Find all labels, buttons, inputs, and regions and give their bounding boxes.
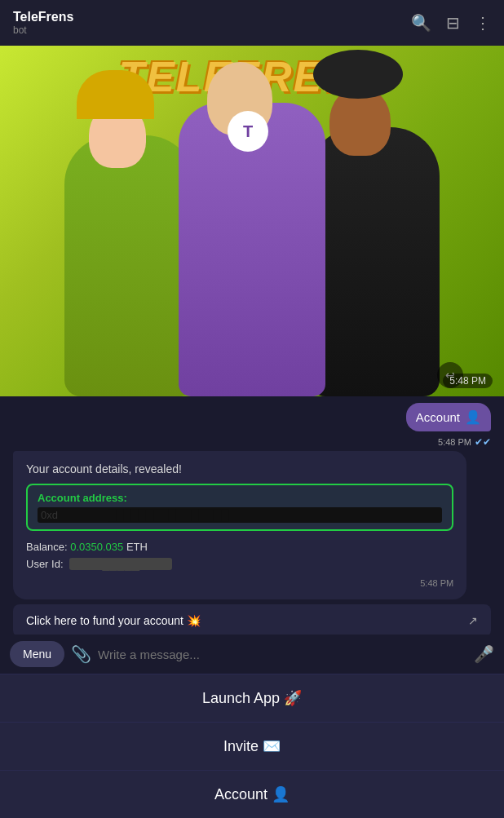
hero-image-container: TELEFRENS T ↩ 5:48 PM [0, 46, 504, 396]
launch-app-button[interactable]: Launch App 🚀 [0, 674, 504, 722]
balance-value: 0.035 [70, 541, 97, 553]
user-message-row: Account 👤 [0, 396, 504, 435]
bot-message-time: 5:48 PM [420, 578, 453, 588]
hero-left-figure [64, 135, 195, 396]
user-message-icon: 👤 [465, 409, 481, 425]
fund-link-row: Click here to fund your account 💥 ↗ [13, 604, 491, 635]
invite-button[interactable]: Invite ✉️ [0, 722, 504, 770]
app-subtitle: bot [13, 24, 411, 36]
bottom-buttons: Launch App 🚀 Invite ✉️ Account 👤 [0, 674, 504, 818]
balance-label: Balance: [26, 541, 68, 553]
search-icon[interactable]: 🔍 [411, 13, 431, 33]
menu-button[interactable]: Menu [10, 641, 64, 667]
chat-area: TELEFRENS T ↩ 5:48 PM [0, 46, 504, 635]
message-input[interactable] [98, 648, 467, 661]
account-box: Account address: 0xd████████████████ [26, 484, 453, 531]
bot-intro-text: Your account details, revealed! [26, 462, 453, 475]
layout-icon[interactable]: ⊟ [446, 13, 460, 33]
userid-line: User Id: █████ [26, 556, 453, 573]
fund-link-button[interactable]: Click here to fund your account 💥 ↗ [13, 604, 491, 635]
app-header: TeleFrens bot 🔍 ⊟ ⋮ [0, 0, 504, 46]
fund-link-arrow-icon: ↗ [468, 614, 478, 627]
account-address-label: Account address: [38, 492, 442, 504]
user-message-time: 5:48 PM [438, 437, 471, 447]
more-icon[interactable]: ⋮ [475, 13, 491, 33]
app-title: TeleFrens [13, 10, 411, 24]
user-bubble: Account 👤 [406, 403, 491, 431]
header-info: TeleFrens bot [13, 10, 411, 36]
heroes-art: T [0, 46, 504, 396]
hero-right-figure [309, 127, 440, 396]
hero-image: TELEFRENS T [0, 46, 504, 396]
balance-unit: ETH [126, 541, 148, 553]
user-message-text: Account [416, 410, 460, 424]
header-actions: 🔍 ⊟ ⋮ [411, 13, 491, 33]
fund-link-text: Click here to fund your account 💥 [26, 614, 201, 627]
mic-icon[interactable]: 🎤 [474, 644, 494, 664]
redacted-address: ████████████████ [60, 509, 277, 521]
bot-message-footer: 5:48 PM [26, 578, 453, 588]
account-address-value: 0xd████████████████ [38, 507, 442, 523]
balance-line: Balance: 0.0350.035 ETH [26, 539, 453, 556]
read-receipt-icon: ✔✔ [475, 436, 491, 448]
user-message-meta: 5:48 PM ✔✔ [0, 436, 504, 448]
redacted-userid: █████ [69, 558, 172, 570]
account-details: Balance: 0.0350.035 ETH User Id: █████ [26, 539, 453, 573]
userid-label: User Id: [26, 558, 64, 570]
hero-timestamp: 5:48 PM [443, 374, 493, 388]
balance-value-num: 0.035 [97, 541, 124, 553]
bot-message: Your account details, revealed! Account … [13, 451, 466, 599]
attach-icon[interactable]: 📎 [71, 644, 91, 664]
input-area: Menu 📎 🎤 [0, 635, 504, 674]
account-button[interactable]: Account 👤 [0, 770, 504, 818]
hero-center-figure: T [179, 103, 325, 396]
